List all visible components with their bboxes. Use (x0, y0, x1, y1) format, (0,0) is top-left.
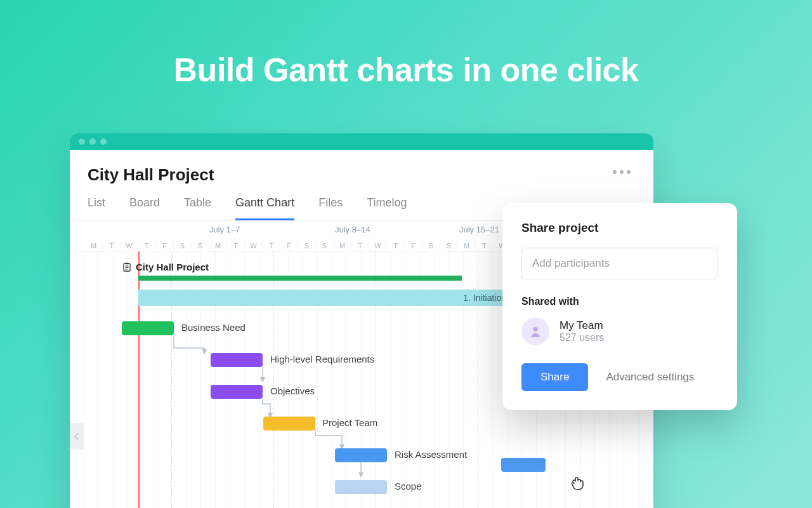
task-bar-drag[interactable] (501, 458, 546, 472)
day-cell: T (351, 242, 369, 250)
popup-title: Share project (521, 221, 718, 235)
svg-point-5 (534, 327, 538, 331)
week-label: July 8–14 (335, 225, 370, 234)
project-track[interactable] (138, 276, 462, 281)
project-title: City Hall Project (88, 165, 214, 185)
task-bar-high-level-req[interactable] (211, 353, 263, 367)
task-bar-scope[interactable] (335, 480, 387, 494)
day-cell: S (440, 242, 458, 250)
tab-timelog[interactable]: Timelog (367, 196, 407, 220)
phase-label: 1. Initiation (463, 293, 506, 303)
day-cell: T (476, 242, 494, 250)
traffic-max-icon[interactable] (100, 138, 107, 145)
traffic-close-icon[interactable] (79, 138, 85, 145)
team-avatar-icon (521, 318, 549, 345)
week-label: July 15–21 (459, 225, 499, 234)
team-name: My Team (560, 319, 604, 332)
tab-list[interactable]: List (88, 196, 105, 220)
more-menu-icon[interactable] (608, 165, 636, 179)
day-cell: S (316, 242, 334, 250)
tab-gantt[interactable]: Gantt Chart (235, 196, 294, 220)
task-bar-risk-assessment[interactable] (335, 448, 387, 462)
day-cell: M (458, 242, 476, 250)
day-cell: F (156, 242, 174, 250)
day-cell: T (263, 242, 280, 250)
participants-input[interactable] (521, 248, 718, 279)
day-cell: S (298, 242, 316, 250)
day-cell: W (369, 242, 387, 250)
task-label: High-level Requirements (270, 354, 374, 364)
day-cell: W (121, 242, 138, 250)
day-cell: M (85, 242, 103, 250)
phase-bar[interactable]: 1. Initiation (138, 290, 514, 306)
tab-files[interactable]: Files (318, 196, 343, 220)
tab-board[interactable]: Board (129, 196, 160, 220)
share-popup: Share project Shared with My Team 527 us… (502, 203, 737, 410)
task-label: Scope (395, 481, 422, 491)
day-cell: M (209, 242, 227, 250)
window-chrome (70, 133, 653, 150)
team-row[interactable]: My Team 527 users (521, 318, 718, 345)
day-cell: S (174, 242, 192, 250)
day-cell: S (422, 242, 440, 250)
traffic-min-icon[interactable] (89, 138, 96, 145)
task-label: Business Need (181, 322, 246, 333)
day-cell: T (138, 242, 156, 250)
day-cell: T (227, 242, 245, 250)
task-bar-project-team[interactable] (263, 417, 315, 431)
day-cell: M (334, 242, 351, 250)
gantt-project-label: City Hall Project (122, 262, 209, 272)
week-label: July 1–7 (209, 225, 240, 234)
clipboard-icon (122, 262, 132, 272)
advanced-settings-link[interactable]: Advanced settings (606, 371, 694, 384)
task-label: Risk Assessment (395, 449, 467, 460)
task-label: Objectives (270, 385, 315, 396)
day-cell: S (192, 242, 209, 250)
share-button[interactable]: Share (521, 363, 588, 391)
tab-table[interactable]: Table (184, 196, 211, 220)
shared-with-label: Shared with (521, 296, 718, 307)
task-bar-business-need[interactable] (122, 321, 174, 335)
day-cell: F (405, 242, 422, 250)
team-count: 527 users (560, 332, 604, 344)
task-label: Project Team (322, 417, 377, 428)
svg-rect-1 (126, 262, 129, 264)
grab-cursor-icon (568, 473, 586, 491)
day-cell: F (280, 242, 298, 250)
scroll-left-nub[interactable] (70, 423, 84, 450)
day-cell: T (387, 242, 405, 250)
hero-title: Build Gantt charts in one click (0, 51, 812, 89)
day-cell: W (245, 242, 263, 250)
day-cell: T (103, 242, 121, 250)
task-bar-objectives[interactable] (211, 385, 263, 399)
